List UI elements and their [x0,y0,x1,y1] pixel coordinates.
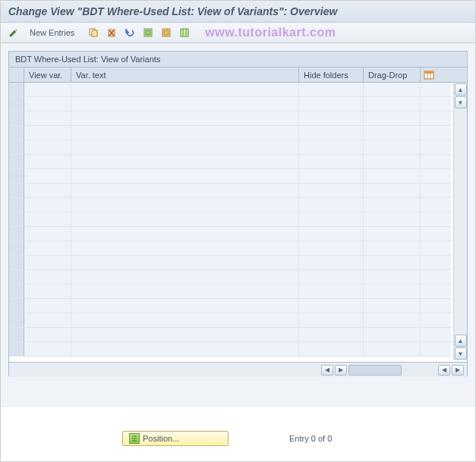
cell-view-var[interactable] [24,198,71,212]
cell-var-text[interactable] [71,270,299,284]
cell-var-text[interactable] [71,299,299,313]
cell-drag-drop[interactable] [364,270,421,284]
table-configuration-icon[interactable] [421,68,437,82]
cell-view-var[interactable] [24,155,71,168]
cell-hide-folders[interactable] [299,313,364,327]
cell-var-text[interactable] [71,126,299,140]
cell-view-var[interactable] [24,241,71,255]
row-selector[interactable] [9,212,24,226]
cell-hide-folders[interactable] [299,299,364,313]
cell-view-var[interactable] [24,126,71,140]
new-entries-button[interactable]: New Entries [25,27,79,39]
cell-var-text[interactable] [71,198,299,212]
cell-var-text[interactable] [71,212,299,226]
row-selector[interactable] [9,155,24,168]
cell-drag-drop[interactable] [364,284,421,298]
deselect-all-icon[interactable] [178,26,191,39]
cell-hide-folders[interactable] [299,140,364,154]
cell-view-var[interactable] [24,328,71,341]
cell-hide-folders[interactable] [299,212,364,226]
row-selector[interactable] [9,198,24,212]
cell-hide-folders[interactable] [299,227,364,240]
row-selector[interactable] [9,184,24,197]
cell-drag-drop[interactable] [364,328,421,341]
column-header-view-var[interactable]: View var. [24,68,71,82]
cell-view-var[interactable] [24,140,71,154]
cell-drag-drop[interactable] [364,112,421,125]
row-selector[interactable] [9,83,24,96]
cell-drag-drop[interactable] [364,313,421,327]
cell-view-var[interactable] [24,184,71,197]
cell-view-var[interactable] [24,284,71,298]
cell-hide-folders[interactable] [299,256,364,269]
cell-view-var[interactable] [24,313,71,327]
cell-hide-folders[interactable] [299,155,364,168]
cell-var-text[interactable] [71,97,299,111]
row-selector[interactable] [9,169,24,183]
cell-drag-drop[interactable] [364,198,421,212]
cell-view-var[interactable] [24,97,71,111]
cell-drag-drop[interactable] [364,184,421,197]
cell-view-var[interactable] [24,227,71,240]
scroll-left-arrow-icon[interactable]: ◀ [321,365,333,376]
cell-var-text[interactable] [71,169,299,183]
cell-var-text[interactable] [71,241,299,255]
cell-hide-folders[interactable] [299,241,364,255]
row-selector[interactable] [9,299,24,313]
row-selector[interactable] [9,328,24,341]
select-all-icon[interactable] [141,26,155,39]
cell-drag-drop[interactable] [364,212,421,226]
cell-hide-folders[interactable] [299,126,364,140]
cell-view-var[interactable] [24,112,71,125]
scroll-up-arrow-icon[interactable]: ▲ [455,83,467,96]
cell-var-text[interactable] [71,184,299,197]
scroll-right-arrow-icon[interactable]: ▶ [452,365,464,376]
cell-drag-drop[interactable] [364,140,421,154]
scroll-down-arrow-icon[interactable]: ▼ [455,347,467,360]
cell-var-text[interactable] [71,284,299,298]
column-header-var-text[interactable]: Var. text [71,68,299,82]
cell-hide-folders[interactable] [299,328,364,341]
row-selector[interactable] [9,97,24,111]
copy-icon[interactable] [87,26,100,39]
cell-var-text[interactable] [71,83,299,96]
row-selector[interactable] [9,270,24,284]
cell-var-text[interactable] [71,256,299,269]
cell-var-text[interactable] [71,140,299,154]
cell-drag-drop[interactable] [364,83,421,96]
cell-drag-drop[interactable] [364,299,421,313]
scroll-up-arrow-icon[interactable]: ▲ [455,335,467,347]
cell-drag-drop[interactable] [364,155,421,168]
delete-icon[interactable] [105,26,118,39]
cell-drag-drop[interactable] [364,169,421,183]
scroll-right-arrow-icon[interactable]: ▶ [335,365,347,376]
cell-var-text[interactable] [71,227,299,240]
row-selector[interactable] [9,140,24,154]
cell-var-text[interactable] [71,328,299,341]
cell-view-var[interactable] [24,256,71,269]
position-button[interactable]: Position... [122,431,229,446]
cell-view-var[interactable] [24,270,71,284]
vertical-scrollbar[interactable]: ▲ ▼ ▲ ▼ [453,83,467,360]
cell-drag-drop[interactable] [364,342,421,356]
cell-drag-drop[interactable] [364,126,421,140]
column-header-row-selector[interactable] [9,68,24,82]
cell-var-text[interactable] [71,313,299,327]
scroll-down-arrow-icon[interactable]: ▼ [455,96,467,108]
select-block-icon[interactable] [159,26,173,39]
cell-view-var[interactable] [24,169,71,183]
undo-icon[interactable] [123,26,137,39]
cell-view-var[interactable] [24,212,71,226]
scroll-track[interactable] [348,365,402,376]
cell-var-text[interactable] [71,155,299,168]
row-selector[interactable] [9,284,24,298]
scroll-left-arrow-icon[interactable]: ◀ [438,365,450,376]
cell-hide-folders[interactable] [299,198,364,212]
cell-hide-folders[interactable] [299,169,364,183]
cell-hide-folders[interactable] [299,270,364,284]
row-selector[interactable] [9,112,24,125]
row-selector[interactable] [9,342,24,356]
column-header-hide-folders[interactable]: Hide folders [299,68,364,82]
cell-drag-drop[interactable] [364,241,421,255]
row-selector[interactable] [9,313,24,327]
